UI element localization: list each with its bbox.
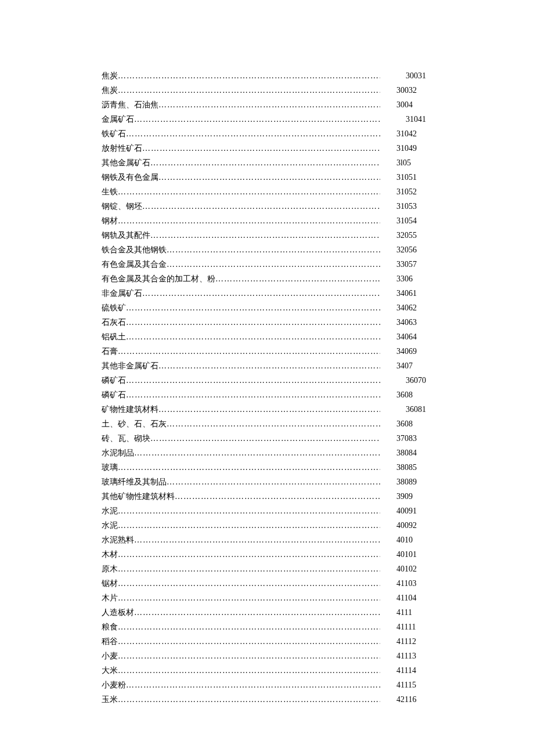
toc-row: 粮食41111 (102, 620, 432, 634)
toc-row: 其他金属矿石3l05 (102, 155, 432, 170)
toc-label: 锯材 (102, 576, 118, 591)
toc-row: 木片41104 (102, 591, 432, 605)
toc-label: 金属矿石 (102, 112, 134, 126)
toc-dots (175, 489, 380, 504)
table-of-contents: 焦炭30031焦炭30032沥青焦、石油焦3004金属矿石31041铁矿石310… (102, 68, 432, 707)
toc-label: 小麦 (102, 649, 118, 663)
toc-code: 3608 (380, 388, 432, 402)
toc-row: 钢材31054 (102, 214, 432, 228)
toc-code: 42116 (380, 692, 432, 707)
toc-row: 钢铁及有色金属31051 (102, 170, 432, 185)
toc-row: 磷矿石3608 (102, 388, 432, 402)
toc-row: 水泥制品38084 (102, 446, 432, 460)
toc-code: 34061 (380, 286, 432, 301)
toc-dots (118, 460, 380, 475)
toc-row: 金属矿石31041 (102, 112, 432, 126)
toc-label: 小麦粉 (102, 678, 126, 692)
toc-code: 4010 (380, 533, 432, 547)
toc-code: 31041 (380, 112, 432, 126)
toc-code: 41111 (380, 620, 432, 634)
toc-label: 其他金属矿石 (102, 155, 150, 170)
toc-row: 矿物性建筑材料36081 (102, 402, 432, 417)
toc-code: 31054 (380, 214, 432, 228)
toc-code: 38089 (380, 475, 432, 489)
toc-dots (118, 68, 380, 83)
toc-label: 矿物性建筑材料 (102, 402, 158, 417)
toc-label: 稻谷 (102, 634, 118, 649)
toc-label: 焦炭 (102, 68, 118, 83)
toc-label: 钢铁及有色金属 (102, 170, 158, 185)
toc-code: 34064 (380, 330, 432, 344)
toc-row: 焦炭30032 (102, 83, 432, 97)
toc-row: 人造板材4111 (102, 605, 432, 620)
toc-code: 30032 (380, 83, 432, 97)
toc-code: 34069 (380, 344, 432, 359)
toc-label: 水泥 (102, 504, 118, 518)
toc-dots (126, 678, 380, 692)
toc-code: 34063 (380, 315, 432, 330)
toc-label: 石膏 (102, 344, 118, 359)
toc-dots (167, 475, 380, 489)
toc-row: 玻璃纤维及其制品38089 (102, 475, 432, 489)
toc-row: 沥青焦、石油焦3004 (102, 97, 432, 112)
toc-row: 玻璃38085 (102, 460, 432, 475)
toc-row: 水泥熟料4010 (102, 533, 432, 547)
toc-dots (118, 576, 380, 591)
toc-code: 3l05 (380, 155, 432, 170)
toc-code: 3004 (380, 97, 432, 112)
toc-dots (142, 141, 380, 155)
toc-label: 其他非金属矿石 (102, 359, 158, 373)
toc-dots (150, 155, 380, 170)
toc-label: 原木 (102, 562, 118, 576)
toc-label: 钢锭、钢坯 (102, 199, 142, 214)
toc-dots (150, 228, 380, 243)
toc-dots (118, 663, 380, 678)
toc-label: 铁合金及其他钢铁 (102, 243, 167, 257)
toc-code: 36070 (380, 373, 432, 388)
toc-row: 土、砂、石、石灰3608 (102, 417, 432, 431)
toc-dots (126, 330, 380, 344)
toc-dots (118, 620, 380, 634)
toc-label: 硫铁矿 (102, 301, 126, 315)
toc-row: 焦炭30031 (102, 68, 432, 83)
toc-label: 生铁 (102, 185, 118, 199)
toc-dots (118, 185, 380, 199)
toc-dots (126, 388, 380, 402)
toc-dots (126, 373, 380, 388)
toc-dots (167, 257, 380, 272)
toc-code: 40101 (380, 547, 432, 562)
toc-row: 小麦粉41115 (102, 678, 432, 692)
toc-label: 磷矿石 (102, 388, 126, 402)
toc-dots (150, 431, 380, 446)
toc-dots (118, 562, 380, 576)
toc-code: 3909 (380, 489, 432, 504)
toc-code: 32056 (380, 243, 432, 257)
toc-label: 有色金属及其合金 (102, 257, 167, 272)
toc-label: 粮食 (102, 620, 118, 634)
toc-code: 4111 (380, 605, 432, 620)
toc-label: 放射性矿石 (102, 141, 142, 155)
toc-dots (134, 112, 380, 126)
toc-code: 40092 (380, 518, 432, 533)
toc-dots (126, 126, 380, 141)
toc-label: 沥青焦、石油焦 (102, 97, 158, 112)
toc-code: 3407 (380, 359, 432, 373)
toc-label: 铁矿石 (102, 126, 126, 141)
toc-dots (118, 214, 380, 228)
toc-label: 水泥熟料 (102, 533, 134, 547)
toc-code: 31042 (380, 126, 432, 141)
toc-row: 有色金属及其合金33057 (102, 257, 432, 272)
toc-code: 36081 (380, 402, 432, 417)
toc-label: 磷矿石 (102, 373, 126, 388)
toc-label: 铝矾土 (102, 330, 126, 344)
toc-row: 大米41114 (102, 663, 432, 678)
toc-code: 41115 (380, 678, 432, 692)
toc-dots (215, 272, 380, 286)
toc-row: 稻谷41112 (102, 634, 432, 649)
toc-code: 30031 (380, 68, 432, 83)
toc-label: 砖、瓦、砌块 (102, 431, 150, 446)
toc-code: 34062 (380, 301, 432, 315)
toc-label: 水泥 (102, 518, 118, 533)
toc-dots (158, 359, 380, 373)
toc-code: 31049 (380, 141, 432, 155)
